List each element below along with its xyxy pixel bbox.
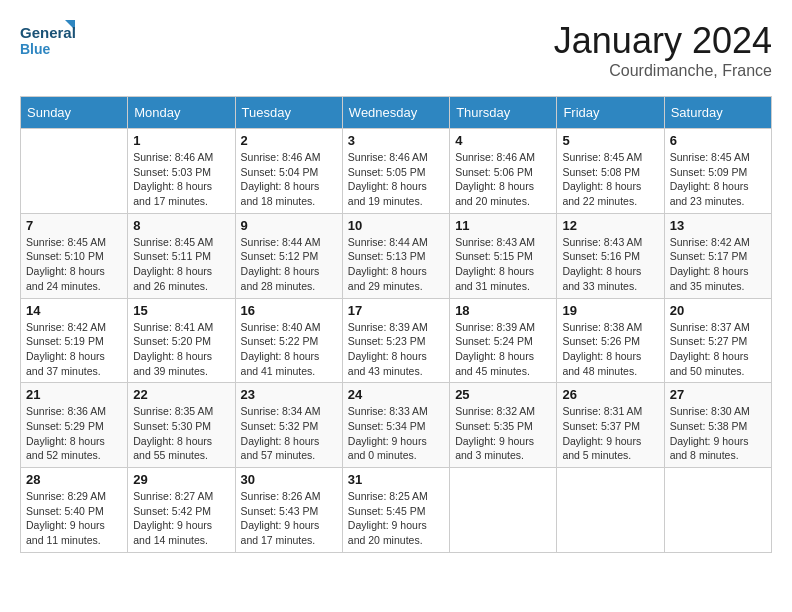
day-info: Sunrise: 8:39 AMSunset: 5:24 PMDaylight:… (455, 320, 551, 379)
calendar-header-row: SundayMondayTuesdayWednesdayThursdayFrid… (21, 97, 772, 129)
day-number: 9 (241, 218, 337, 233)
svg-text:Blue: Blue (20, 41, 51, 57)
day-info: Sunrise: 8:44 AMSunset: 5:13 PMDaylight:… (348, 235, 444, 294)
day-number: 19 (562, 303, 658, 318)
day-number: 6 (670, 133, 766, 148)
calendar-cell: 27Sunrise: 8:30 AMSunset: 5:38 PMDayligh… (664, 383, 771, 468)
day-info: Sunrise: 8:32 AMSunset: 5:35 PMDaylight:… (455, 404, 551, 463)
day-info: Sunrise: 8:35 AMSunset: 5:30 PMDaylight:… (133, 404, 229, 463)
calendar-cell: 25Sunrise: 8:32 AMSunset: 5:35 PMDayligh… (450, 383, 557, 468)
day-info: Sunrise: 8:39 AMSunset: 5:23 PMDaylight:… (348, 320, 444, 379)
calendar-cell: 9Sunrise: 8:44 AMSunset: 5:12 PMDaylight… (235, 213, 342, 298)
day-number: 18 (455, 303, 551, 318)
calendar-cell: 4Sunrise: 8:46 AMSunset: 5:06 PMDaylight… (450, 129, 557, 214)
calendar-cell: 17Sunrise: 8:39 AMSunset: 5:23 PMDayligh… (342, 298, 449, 383)
calendar-cell: 31Sunrise: 8:25 AMSunset: 5:45 PMDayligh… (342, 468, 449, 553)
logo: GeneralBlue (20, 20, 80, 60)
calendar-cell: 15Sunrise: 8:41 AMSunset: 5:20 PMDayligh… (128, 298, 235, 383)
calendar-cell: 3Sunrise: 8:46 AMSunset: 5:05 PMDaylight… (342, 129, 449, 214)
calendar-cell: 7Sunrise: 8:45 AMSunset: 5:10 PMDaylight… (21, 213, 128, 298)
day-info: Sunrise: 8:41 AMSunset: 5:20 PMDaylight:… (133, 320, 229, 379)
day-number: 10 (348, 218, 444, 233)
day-info: Sunrise: 8:46 AMSunset: 5:03 PMDaylight:… (133, 150, 229, 209)
calendar-header-saturday: Saturday (664, 97, 771, 129)
month-title: January 2024 (554, 20, 772, 62)
day-info: Sunrise: 8:45 AMSunset: 5:10 PMDaylight:… (26, 235, 122, 294)
logo-svg: GeneralBlue (20, 20, 80, 60)
day-number: 13 (670, 218, 766, 233)
title-area: January 2024 Courdimanche, France (554, 20, 772, 80)
day-info: Sunrise: 8:42 AMSunset: 5:17 PMDaylight:… (670, 235, 766, 294)
day-info: Sunrise: 8:45 AMSunset: 5:11 PMDaylight:… (133, 235, 229, 294)
day-info: Sunrise: 8:30 AMSunset: 5:38 PMDaylight:… (670, 404, 766, 463)
calendar-cell: 1Sunrise: 8:46 AMSunset: 5:03 PMDaylight… (128, 129, 235, 214)
day-info: Sunrise: 8:25 AMSunset: 5:45 PMDaylight:… (348, 489, 444, 548)
day-info: Sunrise: 8:40 AMSunset: 5:22 PMDaylight:… (241, 320, 337, 379)
day-info: Sunrise: 8:27 AMSunset: 5:42 PMDaylight:… (133, 489, 229, 548)
day-info: Sunrise: 8:31 AMSunset: 5:37 PMDaylight:… (562, 404, 658, 463)
day-number: 11 (455, 218, 551, 233)
day-info: Sunrise: 8:46 AMSunset: 5:05 PMDaylight:… (348, 150, 444, 209)
calendar-week-4: 21Sunrise: 8:36 AMSunset: 5:29 PMDayligh… (21, 383, 772, 468)
day-number: 17 (348, 303, 444, 318)
calendar-header-friday: Friday (557, 97, 664, 129)
day-number: 24 (348, 387, 444, 402)
calendar-cell: 13Sunrise: 8:42 AMSunset: 5:17 PMDayligh… (664, 213, 771, 298)
day-number: 27 (670, 387, 766, 402)
calendar-cell: 23Sunrise: 8:34 AMSunset: 5:32 PMDayligh… (235, 383, 342, 468)
calendar-cell (664, 468, 771, 553)
day-info: Sunrise: 8:34 AMSunset: 5:32 PMDaylight:… (241, 404, 337, 463)
calendar-header-thursday: Thursday (450, 97, 557, 129)
calendar-table: SundayMondayTuesdayWednesdayThursdayFrid… (20, 96, 772, 553)
header: GeneralBlue January 2024 Courdimanche, F… (20, 20, 772, 80)
day-info: Sunrise: 8:26 AMSunset: 5:43 PMDaylight:… (241, 489, 337, 548)
day-number: 29 (133, 472, 229, 487)
day-info: Sunrise: 8:44 AMSunset: 5:12 PMDaylight:… (241, 235, 337, 294)
day-number: 2 (241, 133, 337, 148)
day-number: 26 (562, 387, 658, 402)
day-number: 25 (455, 387, 551, 402)
day-number: 15 (133, 303, 229, 318)
day-number: 12 (562, 218, 658, 233)
calendar-cell (557, 468, 664, 553)
day-info: Sunrise: 8:45 AMSunset: 5:08 PMDaylight:… (562, 150, 658, 209)
calendar-cell: 10Sunrise: 8:44 AMSunset: 5:13 PMDayligh… (342, 213, 449, 298)
calendar-cell: 11Sunrise: 8:43 AMSunset: 5:15 PMDayligh… (450, 213, 557, 298)
calendar-cell: 22Sunrise: 8:35 AMSunset: 5:30 PMDayligh… (128, 383, 235, 468)
day-number: 16 (241, 303, 337, 318)
calendar-week-2: 7Sunrise: 8:45 AMSunset: 5:10 PMDaylight… (21, 213, 772, 298)
day-info: Sunrise: 8:37 AMSunset: 5:27 PMDaylight:… (670, 320, 766, 379)
day-info: Sunrise: 8:38 AMSunset: 5:26 PMDaylight:… (562, 320, 658, 379)
day-info: Sunrise: 8:45 AMSunset: 5:09 PMDaylight:… (670, 150, 766, 209)
calendar-cell: 12Sunrise: 8:43 AMSunset: 5:16 PMDayligh… (557, 213, 664, 298)
day-info: Sunrise: 8:43 AMSunset: 5:16 PMDaylight:… (562, 235, 658, 294)
calendar-cell: 2Sunrise: 8:46 AMSunset: 5:04 PMDaylight… (235, 129, 342, 214)
calendar-cell: 30Sunrise: 8:26 AMSunset: 5:43 PMDayligh… (235, 468, 342, 553)
day-info: Sunrise: 8:43 AMSunset: 5:15 PMDaylight:… (455, 235, 551, 294)
calendar-week-3: 14Sunrise: 8:42 AMSunset: 5:19 PMDayligh… (21, 298, 772, 383)
calendar-cell: 21Sunrise: 8:36 AMSunset: 5:29 PMDayligh… (21, 383, 128, 468)
day-info: Sunrise: 8:33 AMSunset: 5:34 PMDaylight:… (348, 404, 444, 463)
calendar-cell: 19Sunrise: 8:38 AMSunset: 5:26 PMDayligh… (557, 298, 664, 383)
day-number: 14 (26, 303, 122, 318)
calendar-cell: 20Sunrise: 8:37 AMSunset: 5:27 PMDayligh… (664, 298, 771, 383)
calendar-cell: 8Sunrise: 8:45 AMSunset: 5:11 PMDaylight… (128, 213, 235, 298)
day-info: Sunrise: 8:36 AMSunset: 5:29 PMDaylight:… (26, 404, 122, 463)
location-title: Courdimanche, France (554, 62, 772, 80)
calendar-cell: 6Sunrise: 8:45 AMSunset: 5:09 PMDaylight… (664, 129, 771, 214)
day-number: 28 (26, 472, 122, 487)
day-number: 21 (26, 387, 122, 402)
calendar-cell: 24Sunrise: 8:33 AMSunset: 5:34 PMDayligh… (342, 383, 449, 468)
day-number: 8 (133, 218, 229, 233)
day-info: Sunrise: 8:46 AMSunset: 5:06 PMDaylight:… (455, 150, 551, 209)
calendar-header-tuesday: Tuesday (235, 97, 342, 129)
day-number: 23 (241, 387, 337, 402)
calendar-cell: 29Sunrise: 8:27 AMSunset: 5:42 PMDayligh… (128, 468, 235, 553)
day-number: 7 (26, 218, 122, 233)
day-number: 20 (670, 303, 766, 318)
day-number: 4 (455, 133, 551, 148)
day-number: 30 (241, 472, 337, 487)
calendar-header-wednesday: Wednesday (342, 97, 449, 129)
calendar-cell: 16Sunrise: 8:40 AMSunset: 5:22 PMDayligh… (235, 298, 342, 383)
calendar-header-sunday: Sunday (21, 97, 128, 129)
